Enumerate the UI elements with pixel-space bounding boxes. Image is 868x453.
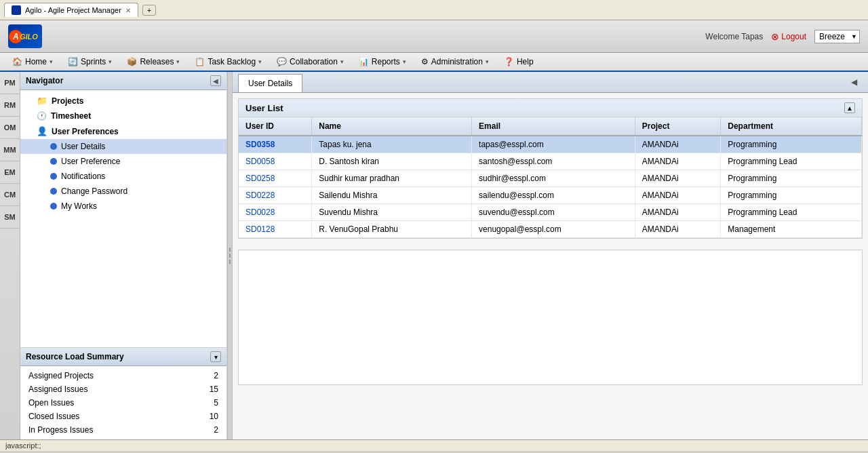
tab-close-button[interactable]: ✕	[125, 7, 131, 14]
logout-button[interactable]: ⊗ Logout	[771, 31, 806, 42]
releases-arrow-icon: ▾	[176, 58, 180, 65]
resource-collapse-button[interactable]: ▾	[210, 351, 221, 362]
col-department: Department	[721, 117, 862, 136]
nav-item-administration[interactable]: ⚙ Administration ▾	[414, 53, 496, 71]
tab-header: User Details ◀	[233, 72, 868, 93]
svg-text:A: A	[12, 32, 19, 41]
cell-name: Suvendu Mishra	[312, 204, 472, 221]
col-project: Project	[635, 117, 721, 136]
logo-area: A GILO	[8, 24, 42, 48]
side-label-rm[interactable]: RM	[0, 94, 20, 117]
side-label-pm[interactable]: PM	[0, 72, 20, 94]
resource-row-closed-issues: Closed Issues 10	[20, 410, 226, 423]
cell-user-id: SD0258	[239, 170, 312, 187]
cell-project: AMANDAi	[635, 136, 721, 153]
collab-icon: 💬	[277, 57, 287, 66]
sidebar-divider[interactable]	[227, 72, 233, 439]
content-collapse-button[interactable]: ◀	[846, 75, 863, 90]
sidebar-item-user-details[interactable]: User Details	[20, 139, 226, 154]
resource-load-summary: Resource Load Summary ▾ Assigned Project…	[20, 347, 226, 439]
reports-arrow-icon: ▾	[403, 58, 406, 65]
table-row[interactable]: SD0258 Sudhir kumar pradhan sudhir@esspl…	[239, 170, 862, 187]
top-right-area: Welcome Tapas ⊗ Logout Breeze Default Cl…	[705, 30, 860, 43]
tab-user-details[interactable]: User Details	[238, 74, 302, 92]
side-label-mm[interactable]: MM	[0, 139, 20, 161]
sprints-arrow-icon: ▾	[108, 58, 112, 65]
cell-email: sudhir@esspl.com	[472, 170, 635, 187]
user-list-header: User List ▲	[239, 99, 862, 117]
user-details-icon	[50, 143, 57, 150]
app-container: A GILO Welcome Tapas ⊗ Logout Breeze Def…	[0, 20, 868, 451]
nav-item-home[interactable]: 🏠 Home ▾	[5, 53, 60, 71]
taskbacklog-arrow-icon: ▾	[258, 58, 262, 65]
table-row[interactable]: SD0128 R. VenuGopal Prabhu venugopal@ess…	[239, 221, 862, 238]
cell-department: Programming Lead	[721, 153, 862, 170]
side-label-om[interactable]: OM	[0, 117, 20, 139]
nav-item-releases[interactable]: 📦 Releases ▾	[120, 53, 186, 71]
tab-favicon	[12, 5, 21, 15]
clock-icon: 🕐	[37, 111, 47, 121]
cell-name: Tapas ku. jena	[312, 136, 472, 153]
navigator-collapse-button[interactable]: ◀	[210, 75, 221, 86]
cell-department: Programming	[721, 187, 862, 204]
user-list-collapse-button[interactable]: ▲	[844, 102, 855, 113]
resource-items: Assigned Projects 2 Assigned Issues 15 O…	[20, 366, 226, 439]
browser-chrome: Agilo - Agile Project Manager ✕ +	[0, 0, 868, 20]
side-label-em[interactable]: EM	[0, 161, 20, 184]
nav-item-collaboration[interactable]: 💬 Collaboration ▾	[270, 53, 351, 71]
top-bar: A GILO Welcome Tapas ⊗ Logout Breeze Def…	[0, 20, 868, 53]
cell-user-id: SD0128	[239, 221, 312, 238]
cell-project: AMANDAi	[635, 170, 721, 187]
resource-row-assigned-projects: Assigned Projects 2	[20, 369, 226, 382]
navigator-header: Navigator ◀	[20, 72, 226, 90]
cell-department: Management	[721, 221, 862, 238]
sidebar: Navigator ◀ 📁 Projects 🕐 Timesheet 👤 Use…	[20, 72, 227, 439]
theme-select[interactable]: Breeze Default Classic	[814, 30, 860, 43]
svg-text:GILO: GILO	[20, 33, 38, 41]
sidebar-item-my-works[interactable]: My Works	[20, 199, 226, 214]
cell-user-id: SD0358	[239, 136, 312, 153]
user-preference-icon	[50, 158, 57, 165]
side-label-cm[interactable]: CM	[0, 184, 20, 206]
sidebar-item-user-preference[interactable]: User Preference	[20, 154, 226, 169]
new-tab-button[interactable]: +	[142, 5, 156, 16]
cell-user-id: SD0058	[239, 153, 312, 170]
sidebar-item-projects[interactable]: 📁 Projects	[20, 93, 226, 109]
resource-header: Resource Load Summary ▾	[20, 348, 226, 366]
side-label-sm[interactable]: SM	[0, 206, 20, 229]
nav-item-task-backlog[interactable]: 📋 Task Backlog ▾	[188, 53, 269, 71]
sidebar-item-notifications[interactable]: Notifications	[20, 169, 226, 184]
table-row[interactable]: SD0358 Tapas ku. jena tapas@esspl.com AM…	[239, 136, 862, 153]
notifications-icon	[50, 173, 57, 180]
nav-item-reports[interactable]: 📊 Reports ▾	[352, 53, 413, 71]
browser-tab[interactable]: Agilo - Agile Project Manager ✕	[4, 3, 138, 17]
side-labels: PM RM OM MM EM CM SM	[0, 72, 20, 439]
change-password-icon	[50, 188, 57, 195]
table-row[interactable]: SD0028 Suvendu Mishra suvendu@esspl.com …	[239, 204, 862, 221]
sidebar-item-user-preferences[interactable]: 👤 User Preferences	[20, 123, 226, 139]
resource-row-inprogress-issues: In Progess Issues 2	[20, 423, 226, 437]
admin-icon: ⚙	[421, 57, 429, 66]
app-logo: A GILO	[8, 24, 42, 48]
table-row[interactable]: SD0228 Sailendu Mishra sailendu@esspl.co…	[239, 187, 862, 204]
nav-item-sprints[interactable]: 🔄 Sprints ▾	[61, 53, 119, 71]
sidebar-item-change-password[interactable]: Change Password	[20, 184, 226, 199]
cell-project: AMANDAi	[635, 187, 721, 204]
admin-arrow-icon: ▾	[486, 58, 489, 65]
main-layout: PM RM OM MM EM CM SM Navigator ◀ 📁 Proje…	[0, 72, 868, 439]
cell-project: AMANDAi	[635, 221, 721, 238]
taskbacklog-icon: 📋	[195, 57, 205, 66]
resource-title: Resource Load Summary	[26, 352, 124, 361]
help-icon: ❓	[504, 57, 514, 66]
nav-item-help[interactable]: ❓ Help	[497, 53, 540, 71]
user-list-title: User List	[245, 103, 283, 113]
resource-row-assigned-issues: Assigned Issues 15	[20, 382, 226, 396]
cell-email: santosh@esspl.com	[472, 153, 635, 170]
resource-row-open-issues: Open Issues 5	[20, 396, 226, 410]
sidebar-item-timesheet[interactable]: 🕐 Timesheet	[20, 109, 226, 123]
cell-user-id: SD0028	[239, 204, 312, 221]
user-list-container: User List ▲ User ID Name Email Project D…	[238, 98, 863, 239]
folder-icon: 📁	[37, 96, 47, 106]
cell-email: tapas@esspl.com	[472, 136, 635, 153]
table-row[interactable]: SD0058 D. Santosh kiran santosh@esspl.co…	[239, 153, 862, 170]
